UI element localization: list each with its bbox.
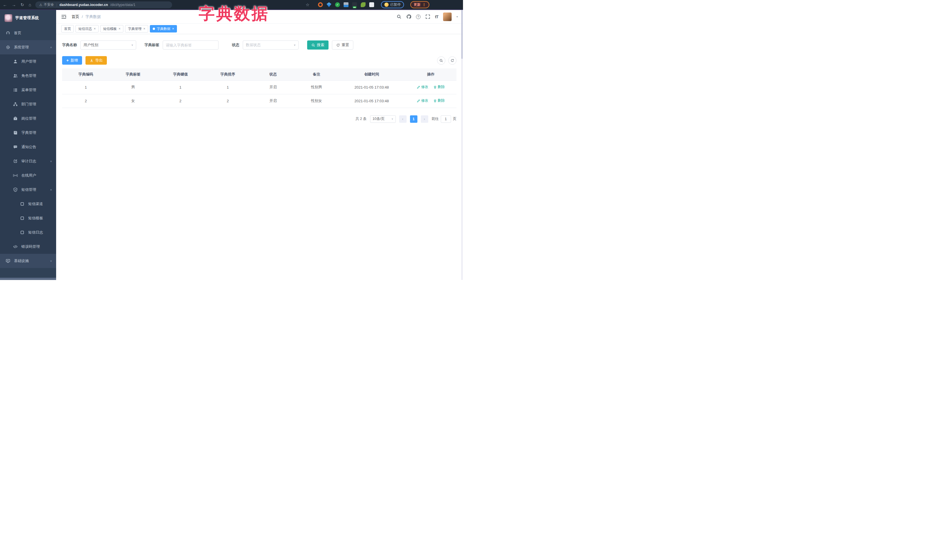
sidebar-item-role-management[interactable]: 角色管理 (0, 69, 56, 83)
sidebar-item-sms-channel[interactable]: 短信渠道 (0, 197, 56, 211)
fullscreen-icon[interactable] (425, 14, 430, 19)
delete-label: 删除 (438, 98, 445, 103)
address-bar[interactable]: ⚠不安全 | dashboard.yudao.iocoder.cn/dict/t… (35, 2, 172, 8)
cell-sort: 2 (204, 94, 251, 108)
chevron-down-icon: ▾ (392, 117, 393, 121)
right-toolbar (437, 56, 457, 65)
sidebar-item-post-management[interactable]: 岗位管理 (0, 112, 56, 125)
tab-sms-template[interactable]: 短信模板× (100, 25, 123, 32)
close-tab-icon[interactable]: × (143, 27, 145, 31)
close-tab-icon[interactable]: × (172, 27, 174, 31)
status-select[interactable]: 数据状态 ▾ (243, 41, 299, 50)
url-divider: | (56, 3, 57, 7)
header-actions: ? tT ▾ (396, 12, 458, 21)
add-button[interactable]: + 新增 (62, 56, 82, 65)
export-button[interactable]: 导出 (85, 56, 107, 65)
close-tab-icon[interactable]: × (94, 27, 96, 31)
table-toolbar: + 新增 导出 (62, 56, 457, 65)
sidebar-item-dept-management[interactable]: 部门管理 (0, 97, 56, 112)
sidebar-item-menu-management[interactable]: 菜单管理 (0, 83, 56, 97)
sidebar-item-system-management[interactable]: 系统管理 ∧ (0, 40, 56, 54)
goto-page-input[interactable] (441, 115, 451, 123)
sidebar-item-audit-log[interactable]: 审计日志 ∨ (0, 154, 56, 168)
breadcrumb-home[interactable]: 首页 (71, 14, 79, 20)
extension-icon-gem[interactable] (327, 2, 331, 7)
col-header: 操作 (405, 68, 457, 80)
reset-button[interactable]: 重置 (332, 41, 353, 50)
sidebar-item-notice[interactable]: 通知公告 (0, 140, 56, 154)
delete-link[interactable]: 删除 (433, 85, 445, 89)
pagination: 共 2 条 10条/页 ▾ ‹ 1 › 前往 页 (62, 115, 457, 123)
sidebar-item-sms-log[interactable]: 短信日志 (0, 225, 56, 240)
extension-icon-switch[interactable]: on (352, 2, 357, 7)
refresh-table-button[interactable] (448, 56, 457, 65)
status-label: 状态 (232, 42, 239, 48)
font-size-icon[interactable]: tT (435, 15, 438, 19)
online-icon (13, 173, 18, 178)
reload-icon[interactable]: ↻ (21, 2, 24, 8)
next-page-button[interactable]: › (421, 115, 428, 123)
col-header: 字典键值 (157, 68, 204, 80)
search-button[interactable]: 搜索 (307, 41, 328, 50)
browser-menu-icon[interactable]: ⋮ (422, 3, 426, 7)
extensions-puzzle-icon[interactable] (369, 2, 374, 7)
col-header: 字典标签 (109, 68, 157, 80)
extension-icon-check[interactable]: ✓ (335, 2, 340, 7)
page-scrollbar[interactable] (461, 10, 463, 280)
monitor-icon (6, 259, 10, 263)
update-label: 更新 (414, 2, 421, 7)
sidebar-item-error-code[interactable]: 错误码管理 (0, 240, 56, 254)
profile-paused-badge[interactable]: 已暂停 (381, 1, 404, 8)
add-button-label: 新增 (70, 58, 78, 63)
back-icon[interactable]: ← (3, 2, 7, 7)
dict-name-value: 用户性别 (83, 42, 98, 48)
edit-link[interactable]: 修改 (417, 85, 428, 89)
sidebar-item-label: 首页 (14, 30, 21, 36)
sidebar-item-sms-template[interactable]: 短信模板 (0, 211, 56, 225)
prev-page-button[interactable]: ‹ (399, 115, 407, 123)
tab-sms-log[interactable]: 短信日志× (76, 25, 98, 32)
search-icon (312, 43, 315, 47)
sidebar-item-label: 字典管理 (21, 130, 36, 135)
toggle-search-button[interactable] (437, 56, 445, 65)
user-avatar[interactable] (443, 12, 452, 21)
app-logo[interactable]: 芋道管理系统 (0, 10, 56, 26)
dict-name-select[interactable]: 用户性别 ▾ (80, 41, 136, 50)
search-icon[interactable] (396, 14, 401, 19)
tab-dict-data[interactable]: 字典数据× (150, 25, 177, 32)
sidebar-item-label: 错误码管理 (21, 244, 40, 249)
extension-icon-orange[interactable] (318, 2, 323, 7)
sidebar-item-infrastructure[interactable]: 基础设施 ∨ (0, 254, 56, 268)
bookmark-star-icon[interactable]: ☆ (306, 2, 309, 8)
tab-dict-management[interactable]: 字典管理× (125, 25, 148, 32)
avatar-caret-icon[interactable]: ▾ (457, 15, 458, 18)
not-secure-badge[interactable]: ⚠不安全 (39, 2, 54, 7)
browser-update-button[interactable]: 更新 ⋮ (410, 1, 430, 8)
extension-icon-bars[interactable] (343, 2, 348, 7)
edit-link[interactable]: 修改 (417, 98, 428, 103)
cell-actions: 修改 删除 (405, 80, 457, 94)
sidebar-item-dict-management[interactable]: 字典管理 (0, 125, 56, 140)
extension-icon-leaf[interactable] (361, 2, 366, 7)
home-icon[interactable]: ⌂ (29, 2, 31, 7)
sidebar-item-user-management[interactable]: 用户管理 (0, 54, 56, 69)
github-icon[interactable] (406, 14, 411, 19)
breadcrumb-separator: / (82, 15, 83, 19)
sidebar-item-online-users[interactable]: 在线用户 (0, 168, 56, 183)
sidebar-item-sms-management[interactable]: 短信管理 ∧ (0, 183, 56, 197)
tab-label: 首页 (64, 27, 71, 31)
dict-label-input[interactable] (166, 43, 215, 47)
tab-home[interactable]: 首页 (61, 25, 74, 32)
help-icon[interactable]: ? (416, 15, 421, 19)
sidebar-item-label: 基础设施 (14, 258, 29, 264)
page-size-select[interactable]: 10条/页 ▾ (370, 115, 396, 123)
profile-avatar (384, 3, 389, 7)
page-1-button[interactable]: 1 (410, 115, 418, 123)
sidebar-item-label: 部门管理 (21, 102, 36, 107)
delete-link[interactable]: 删除 (433, 98, 445, 103)
url-host: dashboard.yudao.iocoder.cn (59, 3, 108, 7)
sidebar-item-home[interactable]: 首页 (0, 26, 56, 40)
collapse-sidebar-icon[interactable] (61, 15, 67, 19)
forward-icon[interactable]: → (12, 2, 16, 7)
close-tab-icon[interactable]: × (118, 27, 121, 31)
